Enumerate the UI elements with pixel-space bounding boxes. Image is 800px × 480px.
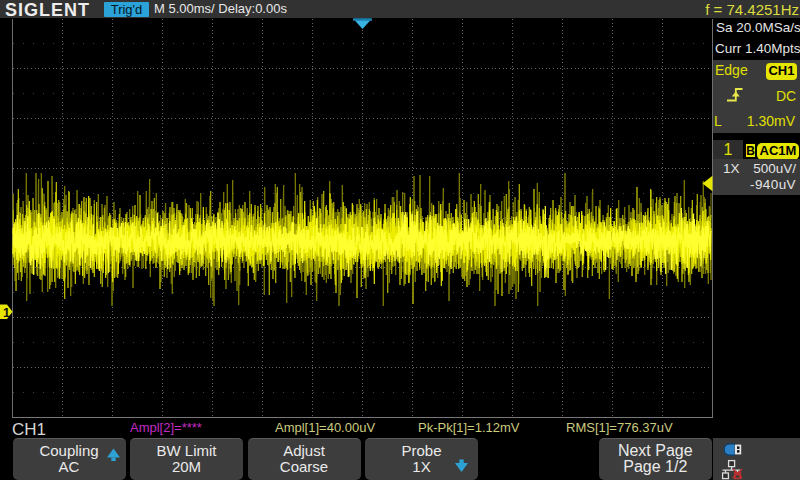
svg-text:1: 1	[3, 306, 10, 320]
